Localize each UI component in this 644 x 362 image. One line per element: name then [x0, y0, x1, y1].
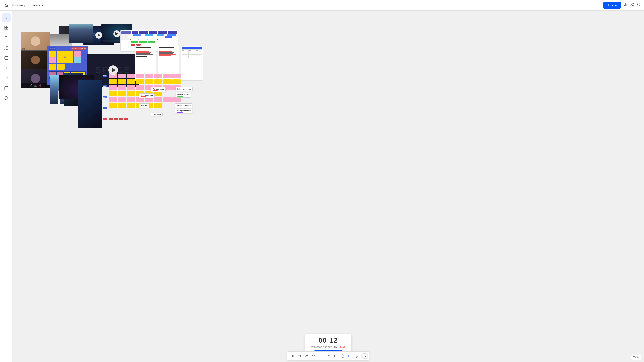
- export-icon[interactable]: ↑: [50, 3, 52, 7]
- image-rocket-launch: [69, 24, 93, 43]
- star-icon[interactable]: ☆: [45, 3, 48, 7]
- svg-rect-3: [6, 26, 8, 27]
- sidebar-item-frames[interactable]: [2, 23, 10, 32]
- image-spacecraft: [78, 80, 102, 128]
- mic-icon[interactable]: 🎤: [30, 84, 32, 87]
- svg-rect-57: [146, 34, 153, 36]
- svg-rect-52: [139, 41, 147, 43]
- svg-rect-2: [4, 26, 6, 27]
- video-panel: 👋 🎤 📷 📵: [21, 31, 50, 88]
- canvas: 👋 🎤 📷 📵: [12, 10, 322, 181]
- sidebar-item-shapes[interactable]: [2, 54, 10, 62]
- interim-cryogenic-label: Interim cryogenic: [175, 103, 192, 108]
- sidebar-item-comment[interactable]: [2, 84, 10, 92]
- topbar: Shooting for the stars ☆ ↑ Share: [0, 0, 322, 10]
- kanban-grid: row1 row2 row3 row4 row5: [102, 72, 206, 127]
- svg-rect-51: [130, 41, 138, 43]
- svg-point-46: [138, 39, 139, 40]
- svg-rect-54: [130, 44, 135, 46]
- video-cell-1: 👋: [21, 32, 50, 50]
- svg-point-49: [166, 39, 168, 40]
- core-stage-label: Core stage and: [139, 93, 154, 98]
- video-cell-3: 🎤 📷 📵: [21, 69, 50, 88]
- sidebar-item-pen[interactable]: [2, 43, 10, 52]
- page-title: Shooting for the stars: [12, 3, 43, 7]
- svg-rect-56: [134, 34, 141, 36]
- svg-rect-39: [158, 31, 168, 34]
- launch-vehicle-label: Launch vehicle: [176, 93, 191, 98]
- build-new-events-label: Build new events: [176, 87, 192, 91]
- sidebar-item-text[interactable]: T: [2, 33, 10, 42]
- svg-rect-42: [122, 36, 128, 37]
- svg-rect-55: [136, 44, 141, 46]
- first-stage-label: First stage: [151, 112, 163, 116]
- svg-point-47: [147, 39, 148, 40]
- home-button[interactable]: [3, 2, 10, 8]
- microgravity-label: Microgravity time: [175, 109, 192, 113]
- svg-rect-60: [164, 36, 172, 38]
- svg-rect-43: [122, 38, 129, 39]
- sidebar-item-line[interactable]: [2, 64, 10, 72]
- svg-rect-38: [149, 31, 158, 34]
- sidebar-item-draw[interactable]: [2, 74, 10, 82]
- svg-point-48: [157, 39, 158, 40]
- svg-rect-40: [168, 31, 177, 34]
- svg-rect-58: [157, 34, 164, 36]
- spin-rate-label: Spin rate: [139, 103, 150, 108]
- svg-rect-4: [4, 28, 6, 29]
- video-cell-2: [21, 50, 50, 69]
- sidebar: ↖ T ···: [0, 10, 12, 181]
- svg-rect-6: [4, 56, 8, 60]
- svg-rect-59: [167, 34, 176, 36]
- payload-mass-label: Payload mass: [151, 87, 166, 92]
- svg-rect-35: [122, 31, 131, 34]
- end-call-icon[interactable]: 📵: [39, 84, 42, 87]
- svg-rect-5: [6, 28, 8, 29]
- svg-point-50: [176, 39, 177, 40]
- svg-rect-36: [132, 31, 138, 34]
- video-icon[interactable]: 📷: [34, 84, 37, 87]
- svg-rect-37: [139, 31, 148, 34]
- svg-rect-53: [148, 41, 155, 43]
- svg-rect-41: [122, 34, 130, 36]
- sidebar-item-select[interactable]: ↖: [2, 13, 10, 22]
- sidebar-item-insert[interactable]: [2, 94, 10, 102]
- svg-point-45: [130, 39, 131, 40]
